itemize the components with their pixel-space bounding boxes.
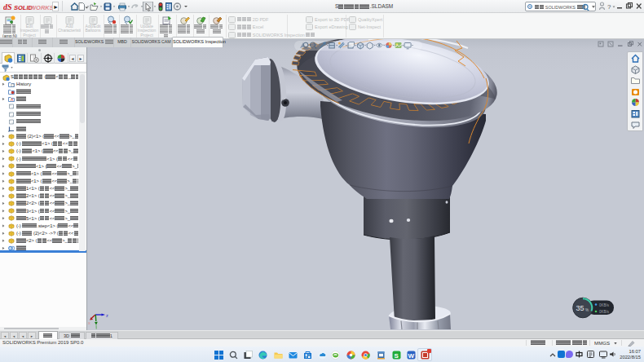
svg-text:dS: dS	[3, 2, 12, 11]
svg-text:?: ?	[607, 3, 611, 11]
svg-text:0KB/s: 0KB/s	[599, 310, 610, 314]
svg-text:z: z	[106, 313, 108, 318]
svg-text:x: x	[88, 320, 90, 325]
svg-text:W: W	[408, 351, 415, 359]
svg-text:0KB/s: 0KB/s	[599, 303, 610, 307]
svg-text:WORKS: WORKS	[30, 4, 54, 11]
svg-text:%: %	[585, 308, 589, 312]
svg-text:35: 35	[576, 304, 584, 312]
svg-text:S: S	[394, 351, 399, 359]
